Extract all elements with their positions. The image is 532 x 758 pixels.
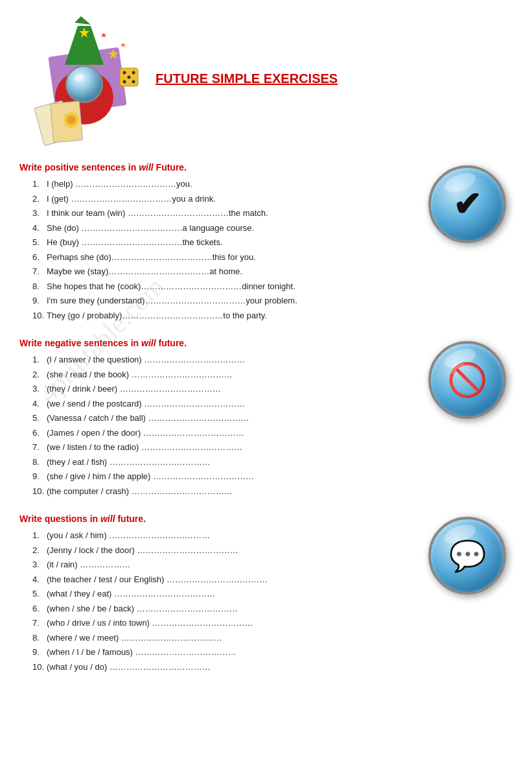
- list-item-text: I (help) ………………………………you.: [47, 178, 192, 191]
- list-item-text: (she / read / the book) ………………………………: [47, 368, 233, 381]
- list-item-num: 3.: [32, 207, 47, 220]
- bubble-button-positive: ✔: [428, 165, 506, 243]
- list-item: 4.(the teacher / test / our English) …………: [32, 573, 415, 586]
- section-title-positive: Write positive sentences in will Future.: [19, 162, 415, 172]
- list-item-text: (what / you / do) ………………………………: [47, 661, 211, 674]
- list-item-num: 7.: [32, 617, 47, 630]
- list-item: 8.(they / eat / fish) ………………………………: [32, 456, 415, 469]
- illustration-svg: [19, 13, 149, 156]
- svg-point-16: [123, 80, 126, 84]
- list-item-num: 10.: [32, 309, 47, 322]
- svg-point-6: [66, 66, 102, 102]
- list-item-text: She (do) ………………………………a language course.: [47, 222, 254, 235]
- list-item-num: 6.: [32, 427, 47, 440]
- list-item-text: (James / open / the door) ………………………………: [47, 427, 244, 440]
- list-item-num: 9.: [32, 470, 47, 483]
- list-item: 2.I (get) ………………………………you a drink.: [32, 193, 415, 206]
- illustration: [19, 13, 149, 156]
- list-item-num: 2.: [32, 368, 47, 381]
- list-item: 7.Maybe we (stay)………………………………at home.: [32, 265, 415, 278]
- svg-point-17: [132, 80, 135, 84]
- sections-container: Write positive sentences in will Future.…: [19, 162, 513, 675]
- page: 4printable.com: [0, 0, 532, 758]
- exercise-content-positive: Write positive sentences in will Future.…: [19, 162, 422, 324]
- list-item-text: She hopes that he (cook)………………………………dinn…: [47, 280, 295, 293]
- list-item: 8.(where / we / meet) ………………………………: [32, 632, 415, 645]
- list-item-num: 8.: [32, 632, 47, 645]
- list-item-num: 4.: [32, 222, 47, 235]
- list-item-text: Maybe we (stay)………………………………at home.: [47, 265, 242, 278]
- list-item-text: (they / eat / fish) ………………………………: [47, 456, 211, 469]
- list-item: 6.(James / open / the door) ………………………………: [32, 427, 415, 440]
- list-item: 5.(what / they / eat) ………………………………: [32, 587, 415, 600]
- list-item: 1.(you / ask / him) ………………………………: [32, 529, 415, 542]
- icon-bubble-positive: ✔: [428, 165, 513, 250]
- exercise-list-positive: 1.I (help) ………………………………you.2.I (get) …………: [19, 178, 415, 322]
- svg-point-11: [67, 115, 76, 124]
- list-item-num: 3.: [32, 383, 47, 396]
- list-item: 7.(who / drive / us / into town) ……………………: [32, 617, 415, 630]
- list-item: 6.Perhaps she (do)………………………………this for y…: [32, 251, 415, 264]
- section-questions: Write questions in will future.1.(you / …: [19, 514, 513, 675]
- list-item-num: 4.: [32, 397, 47, 410]
- list-item-text: (who / drive / us / into town) …………………………: [47, 617, 253, 630]
- list-item-text: (what / they / eat) ………………………………: [47, 587, 215, 600]
- icon-bubble-negative: 🚫: [428, 341, 513, 425]
- bubble-icon-positive: ✔: [453, 187, 481, 221]
- list-item-num: 6.: [32, 251, 47, 264]
- list-item: 3.(it / rain) ………………: [32, 558, 415, 571]
- list-item-text: (Jenny / lock / the door) ………………………………: [47, 544, 238, 557]
- list-item: 4.(we / send / the postcard) ………………………………: [32, 397, 415, 410]
- list-item: 5.He (buy) ………………………………the tickets.: [32, 236, 415, 249]
- list-item-num: 9.: [32, 646, 47, 659]
- list-item-text: (we / send / the postcard) ………………………………: [47, 397, 245, 410]
- list-item-num: 1.: [32, 529, 47, 542]
- bubble-button-questions: 💬: [428, 517, 506, 595]
- list-item-text: (where / we / meet) ………………………………: [47, 632, 222, 645]
- list-item-text: (when / I / be / famous) ………………………………: [47, 646, 237, 659]
- list-item: 3.I think our team (win) ………………………………the…: [32, 207, 415, 220]
- list-item-num: 5.: [32, 412, 47, 425]
- exercise-list-questions: 1.(you / ask / him) ………………………………2. (Jenn…: [19, 529, 415, 673]
- section-wrapper-positive: Write positive sentences in will Future.…: [19, 162, 513, 324]
- list-item: 1.I (help) ………………………………you.: [32, 178, 415, 191]
- list-item: 9.(when / I / be / famous) ………………………………: [32, 646, 415, 659]
- svg-point-14: [132, 71, 135, 75]
- list-item-text: (we / listen / to the radio) ………………………………: [47, 441, 242, 454]
- main-title: FUTURE SIMPLE EXERCISES: [156, 71, 513, 86]
- list-item: 6.(when / she / be / back) ………………………………: [32, 602, 415, 615]
- list-item: 9.(she / give / him / the apple) ……………………: [32, 470, 415, 483]
- list-item-text: (they / drink / beer) ………………………………: [47, 383, 221, 396]
- list-item-text: (I / answer / the question) ………………………………: [47, 353, 245, 366]
- list-item-num: 1.: [32, 178, 47, 191]
- list-item-text: (she / give / him / the apple) …………………………: [47, 470, 254, 483]
- list-item: 5.(Vanessa / catch / the ball) …………………………: [32, 412, 415, 425]
- bubble-button-negative: 🚫: [428, 341, 506, 419]
- list-item-num: 8.: [32, 280, 47, 293]
- svg-point-13: [123, 71, 126, 75]
- list-item: 10.(what / you / do) ………………………………: [32, 661, 415, 674]
- section-positive: Write positive sentences in will Future.…: [19, 162, 513, 324]
- list-item-num: 9.: [32, 294, 47, 307]
- list-item: 2. (she / read / the book) ………………………………: [32, 368, 415, 381]
- section-wrapper-questions: Write questions in will future.1.(you / …: [19, 514, 513, 675]
- list-item: 7.(we / listen / to the radio) …………………………: [32, 441, 415, 454]
- list-item-num: 2.: [32, 193, 47, 206]
- list-item-num: 6.: [32, 602, 47, 615]
- list-item-text: I'm sure they (understand)………………………………yo…: [47, 294, 297, 307]
- list-item: 10.They (go / probably)………………………………to th…: [32, 309, 415, 322]
- list-item-text: (when / she / be / back) ………………………………: [47, 602, 238, 615]
- list-item-num: 8.: [32, 456, 47, 469]
- list-item: 1.(I / answer / the question) ……………………………: [32, 353, 415, 366]
- list-item-num: 10.: [32, 485, 47, 498]
- svg-marker-19: [121, 42, 126, 47]
- bubble-icon-questions: 💬: [449, 541, 486, 571]
- list-item-num: 1.: [32, 353, 47, 366]
- list-item-text: I think our team (win) ………………………………the m…: [47, 207, 268, 220]
- list-item-text: Perhaps she (do)………………………………this for you…: [47, 251, 256, 264]
- svg-marker-2: [75, 16, 91, 25]
- exercise-content-negative: Write negative sentences in will future.…: [19, 338, 422, 499]
- list-item-num: 7.: [32, 265, 47, 278]
- svg-point-15: [128, 76, 131, 79]
- list-item-text: (the computer / crash) ………………………………: [47, 485, 233, 498]
